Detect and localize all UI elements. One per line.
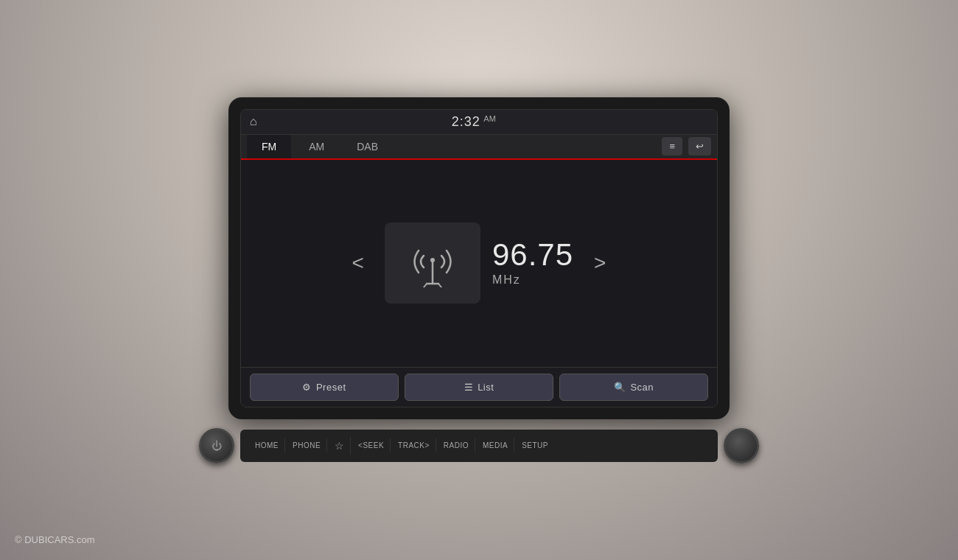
next-station-button[interactable]: > [585,245,615,281]
seek-back-button[interactable]: <SEEK [352,438,391,452]
back-button[interactable]: ↩ [688,137,711,155]
radio-button[interactable]: RADIO [438,438,475,452]
screen-footer: ⚙ Preset ☰ List 🔍 Scan [241,367,717,407]
preset-label: Preset [316,382,346,393]
svg-point-1 [430,258,435,262]
svg-line-4 [438,284,441,287]
media-button[interactable]: MEDIA [477,438,514,452]
frequency-value: 96.75 [492,239,573,270]
car-panel: ⌂ 2:32 AM FM AM DAB ≡ ↩ [0,0,958,560]
tab-am[interactable]: AM [294,135,339,160]
setup-button[interactable]: SETUP [516,438,554,452]
scan-label: Scan [630,382,654,393]
prev-station-button[interactable]: < [343,245,373,281]
frequency-display: 96.75 MHz [492,239,573,287]
scan-icon: 🔍 [614,382,626,393]
list-label: List [478,382,494,393]
menu-button[interactable]: ≡ [662,137,682,155]
screen: ⌂ 2:32 AM FM AM DAB ≡ ↩ [240,109,718,407]
preset-icon: ⚙ [302,382,312,393]
center-console: ⌂ 2:32 AM FM AM DAB ≡ ↩ [199,97,759,463]
scan-button[interactable]: 🔍 Scan [559,374,708,401]
screen-header: ⌂ 2:32 AM [241,110,717,135]
volume-knob[interactable] [724,428,759,463]
antenna-icon [410,239,455,287]
radio-station-box [385,223,480,304]
tab-bar: FM AM DAB ≡ ↩ [241,135,717,160]
home-button[interactable]: HOME [249,438,285,452]
track-fwd-button[interactable]: TRACK> [392,438,436,452]
infotainment-unit: ⌂ 2:32 AM FM AM DAB ≡ ↩ [228,97,730,419]
preset-button[interactable]: ⚙ Preset [250,374,399,401]
favorite-button[interactable]: ☆ [329,437,351,455]
phone-button[interactable]: PHONE [287,438,327,452]
tab-fm[interactable]: FM [247,135,291,160]
list-button[interactable]: ☰ List [405,374,553,401]
screen-content: < [241,160,717,367]
power-icon: ⏻ [211,440,222,452]
time-value: 2:32 [452,114,480,129]
home-icon[interactable]: ⌂ [250,115,257,128]
tab-dab[interactable]: DAB [342,135,393,160]
time-period: AM [483,114,496,123]
buttons-strip: HOME PHONE ☆ <SEEK TRACK> RADIO MEDIA SE… [240,430,718,462]
list-icon: ☰ [464,382,474,393]
time-display: 2:32 AM [452,114,496,130]
power-knob[interactable]: ⏻ [199,428,234,463]
svg-line-3 [424,284,427,287]
frequency-unit: MHz [492,273,521,287]
watermark: © DUBICARS.com [15,534,95,545]
physical-buttons-row: ⏻ HOME PHONE ☆ <SEEK TRACK> RADIO MEDIA … [199,428,759,463]
